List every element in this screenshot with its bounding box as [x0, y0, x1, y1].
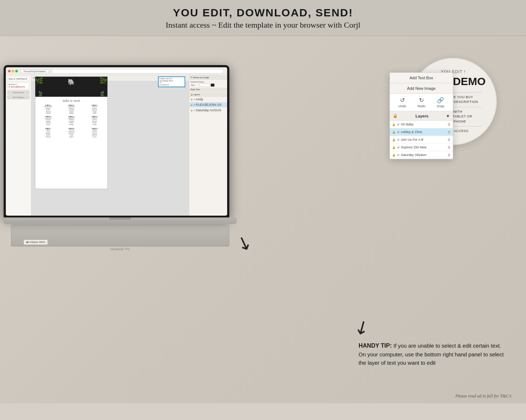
banner-subtitle: Instant access ~ Edit the template in yo… — [7, 20, 519, 30]
leaf-decor-2: 🌿 — [99, 77, 107, 85]
layer-saturday: 🔒 A Saturday AUGUS — [189, 108, 227, 113]
lock-icon-4: 🔒 — [392, 146, 396, 149]
elephant-icon: 🐘 — [68, 79, 75, 85]
table-9: TABLE 9 HARRISMARTINGARCIAMILLERDAVIS — [83, 127, 106, 138]
snap-icon: 🔗 — [437, 97, 444, 104]
app-body: Order Id: 15097582194 held Item 1 ✗ INCO… — [6, 75, 227, 216]
selected-text-box[interactable]: PLEASE JOIN US FOR A BRIDAL BRUNCHIN HON… — [158, 76, 185, 87]
laptop-container: NoorayPartyTemplates Order Id: 150975821… — [4, 65, 237, 251]
trash-icon-4[interactable]: 🗑 — [447, 145, 451, 149]
trash-icon-5[interactable]: 🗑 — [447, 153, 451, 157]
min-dot — [12, 70, 14, 72]
screen-content: NoorayPartyTemplates Order Id: 150975821… — [6, 67, 227, 216]
laptop-notch — [109, 217, 131, 220]
redo-tool[interactable]: ↻ Redo — [418, 97, 426, 108]
browser-tabs: NoorayPartyTemplates — [20, 69, 49, 73]
footer-terms: Please read ad in full for T&C's — [455, 393, 511, 399]
laptop-base — [4, 217, 237, 224]
trash-icon-2[interactable]: 🗑 — [447, 130, 451, 134]
incomplete-label: ✗ INCOMPLETE — [8, 85, 28, 88]
layer-pleasejoin[interactable]: 🔒 A PLEASEJOIN US — [189, 102, 227, 108]
popup-layer-oh-baby[interactable]: 🔒 A Oh Baby 🗑 — [390, 121, 453, 128]
popup-layers-header: 🔒 Layers ▼ — [390, 111, 453, 121]
handy-tip-title: HANDY TIP: — [359, 343, 392, 349]
banner-title: YOU EDIT, DOWNLOAD, SEND! — [7, 7, 519, 19]
table-4: TABLE 4 GONZALEZWILSONMOORETAYLORJONES — [37, 115, 60, 126]
browser-bar: NoorayPartyTemplates — [6, 67, 227, 75]
close-dot — [8, 70, 11, 72]
popup-layer-saturday[interactable]: 🔒 A Saturday SEptem 🗑 — [390, 151, 453, 159]
chart-header: 🌿 🌿 🍃 🍃 🐘 — [35, 77, 107, 97]
save-btn[interactable]: Save & Continue — [7, 91, 29, 95]
main-content: NoorayPartyTemplates Order Id: 150975821… — [0, 36, 526, 403]
table-5: TABLE 5 ANDERSONTHOMASJACKSONWHITEHARRIS — [60, 115, 83, 126]
lock-icon-3: 🔒 — [392, 138, 396, 141]
lock-icon-2: 🔒 — [392, 131, 396, 134]
arrow-icon-1: ↙ — [233, 231, 255, 256]
browser-url-bar[interactable] — [52, 69, 224, 73]
table-1: TABLE 1 SMITH JONESBROWNDAVISWILSONTAYLO… — [37, 104, 60, 115]
chart-title: take a seat — [35, 97, 107, 103]
popup-layers: 🔒 Layers ▼ 🔒 A Oh Baby 🗑 🔒 A Ashley & Ch… — [390, 111, 453, 159]
table-8: TABLE 8 TAYLORANDERSONTHOMASJACKWHITE — [60, 127, 83, 138]
undo-icon: ↺ — [400, 97, 405, 104]
app-sidebar: Order Id: 15097582194 held Item 1 ✗ INCO… — [6, 75, 31, 216]
seating-chart: 🌿 🌿 🍃 🍃 🐘 take a seat TABLE 1 SMIT — [35, 76, 108, 189]
table-3: TABLE 3 MARTINGARCIAMILLERDAVISLOPEZ — [83, 104, 106, 115]
leaf-decor-1: 🌿 — [35, 77, 43, 85]
laptop-brand: MacBook Pro — [4, 247, 237, 251]
color-swatch[interactable] — [211, 84, 214, 87]
add-text-box-btn[interactable]: Add Text Box — [390, 73, 453, 83]
layers-dropdown-icon[interactable]: ▼ — [446, 114, 450, 118]
layers-panel-popup: Add Text Box Add New Image ↺ Undo ↻ Redo… — [389, 72, 453, 159]
add-new-image-btn[interactable]: Add New Image — [390, 83, 453, 94]
table-7: TABLE 7 SMITHJONESBROWNDAVISWILSON — [37, 127, 60, 138]
canvas-area: ↺ ↻ Page 1 of 1 🌿 🌿 🍃 🍃 🐘 — [31, 75, 189, 216]
style-text-section: Style Text — [189, 88, 227, 92]
lock-icon-1: 🔒 — [392, 123, 396, 126]
redo-icon: ↻ — [419, 97, 424, 104]
download-btn[interactable]: Save & Changes — [7, 95, 29, 99]
font-family-row: Garamond Regu... — [190, 80, 226, 83]
leaf-decor-4: 🍃 — [99, 91, 106, 97]
table-6: TABLE 6 MARTINGARCIAMILLERDAVISLOPEZ — [83, 115, 106, 126]
undo-tool[interactable]: ↺ Undo — [398, 97, 406, 108]
layers-header: 🔒 Layers — [189, 92, 227, 97]
action-buttons: Save & Continue Save & Changes — [7, 91, 29, 99]
item-status: held Item 1 ✗ INCOMPLETE — [7, 82, 29, 89]
laptop-screen: NoorayPartyTemplates Order Id: 150975821… — [4, 65, 229, 218]
size-row: Size — [190, 83, 226, 87]
collapse-menu-btn[interactable]: ◀ Collapse Menu — [24, 240, 48, 245]
resize-section: ✎ Resize as Image — [189, 75, 227, 80]
popup-layer-supinos[interactable]: 🔒 A Supinos 250 New 🗑 — [390, 144, 453, 151]
top-banner: YOU EDIT, DOWNLOAD, SEND! Instant access… — [0, 0, 526, 36]
popup-layer-ashley[interactable]: 🔒 A Ashley & Chris 🗑 — [390, 128, 453, 136]
browser-tab[interactable]: NoorayPartyTemplates — [20, 69, 49, 73]
layers-panel: 🔒 Layers 🔒 A Andy 🔒 A PLE — [189, 92, 227, 113]
popup-tools: ↺ Undo ↻ Redo 🔗 Snap — [390, 94, 453, 111]
tables-grid-top: TABLE 1 SMITH JONESBROWNDAVISWILSONTAYLO… — [35, 103, 107, 127]
trash-icon-1[interactable]: 🗑 — [447, 123, 451, 126]
size-input[interactable] — [199, 84, 210, 87]
popup-layer-join-us[interactable]: 🔒 A Join Us For A B 🗑 — [390, 136, 453, 144]
leaf-decor-3: 🍃 — [37, 91, 43, 97]
tables-grid-bottom: TABLE 7 SMITHJONESBROWNDAVISWILSON TABLE… — [35, 127, 107, 139]
layer-ashley: 🔒 A Andy — [189, 97, 227, 102]
arrow-icon-2: ↙ — [350, 314, 373, 340]
lock-icon-5: 🔒 — [392, 153, 396, 157]
handy-tip-section: HANDY TIP: If you are unable to select &… — [359, 341, 504, 367]
snap-tool[interactable]: 🔗 Snap — [436, 97, 444, 108]
order-id: Order Id: 15097582194 — [7, 77, 29, 81]
app-right-panel: ✎ Resize as Image Garamond Regu... Size … — [189, 75, 227, 216]
table-2: TABLE 2 ANDERSONTHOMASJACKSONWHITEHARRIS — [60, 104, 83, 115]
format-controls: Garamond Regu... Size — [189, 80, 227, 88]
trash-icon-3[interactable]: 🗑 — [447, 138, 451, 141]
max-dot — [15, 70, 18, 72]
